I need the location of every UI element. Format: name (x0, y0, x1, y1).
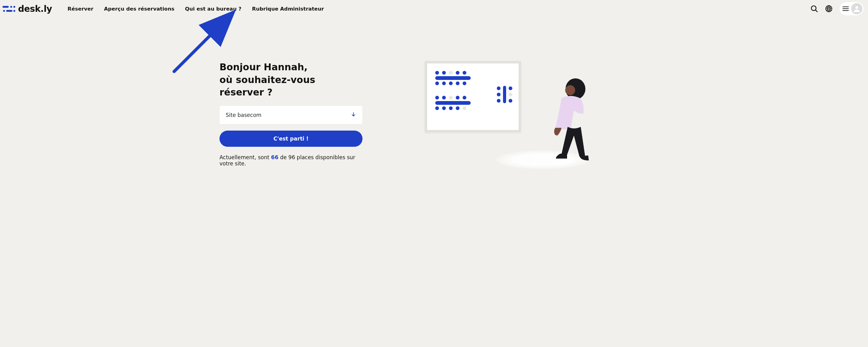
search-icon[interactable] (810, 5, 818, 13)
brand-mark-icon (2, 4, 16, 13)
svg-rect-4 (6, 10, 12, 12)
nav-item-apercu[interactable]: Aperçu des réservations (104, 6, 175, 12)
svg-point-3 (3, 10, 5, 12)
svg-point-16 (565, 85, 575, 95)
svg-point-5 (13, 10, 15, 12)
hero-section: Bonjour Hannah, où souhaitez-vous réserv… (198, 18, 670, 185)
menu-icon (842, 6, 849, 11)
nav-item-reserver[interactable]: Réserver (67, 6, 93, 12)
start-button[interactable]: C'est parti ! (219, 131, 363, 147)
brand-name: desk.ly (18, 4, 52, 14)
availability-status: Actuellement, sont 66 de 96 places dispo… (219, 154, 363, 167)
avatar-icon (851, 3, 862, 14)
svg-rect-0 (2, 6, 9, 8)
brand-logo[interactable]: desk.ly (2, 4, 52, 14)
greeting-line-1: Bonjour Hannah, (219, 62, 307, 72)
status-count: 66 (271, 154, 279, 160)
svg-point-2 (13, 6, 15, 8)
svg-point-1 (10, 6, 12, 8)
app-header: desk.ly Réserver Aperçu des réservations… (0, 0, 868, 18)
svg-line-7 (815, 10, 817, 11)
floorplan-icon (425, 61, 521, 132)
hero-illustration (425, 61, 649, 173)
nav-item-admin[interactable]: Rubrique Administrateur (252, 6, 324, 12)
arrow-down-icon (351, 112, 356, 119)
main-nav: Réserver Aperçu des réservations Qui est… (67, 6, 324, 12)
svg-point-12 (855, 6, 858, 9)
site-select-value: Site basecom (226, 112, 261, 118)
page-title: Bonjour Hannah, où souhaitez-vous réserv… (219, 61, 363, 99)
status-prefix: Actuellement, sont (219, 154, 271, 160)
nav-item-qui[interactable]: Qui est au bureau ? (185, 6, 242, 12)
greeting-line-2: où souhaitez-vous réserver ? (219, 74, 315, 98)
language-globe-icon[interactable] (825, 5, 833, 12)
site-select[interactable]: Site basecom (219, 106, 363, 124)
header-actions (810, 2, 866, 15)
user-menu[interactable] (839, 2, 864, 15)
person-walking-icon (543, 73, 602, 165)
